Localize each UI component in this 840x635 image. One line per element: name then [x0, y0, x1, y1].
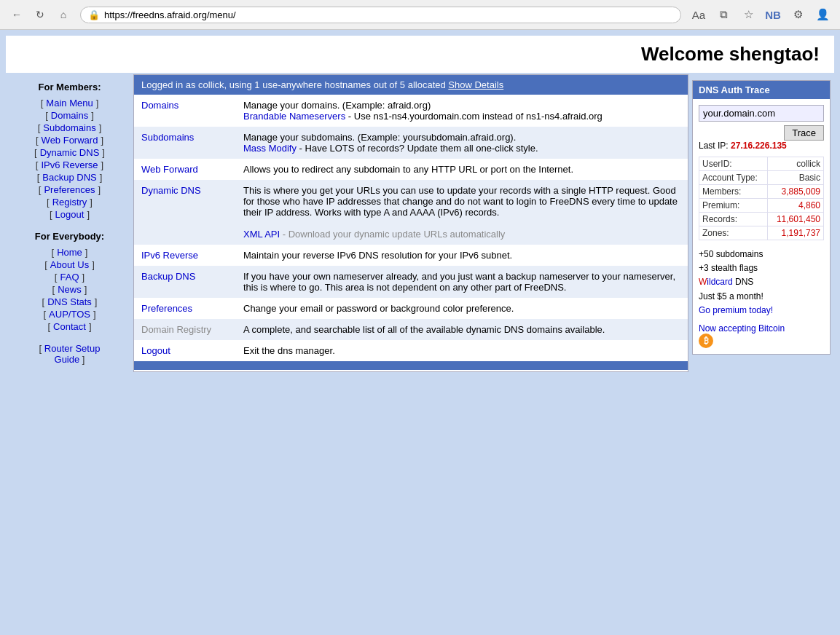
faq-link[interactable]: FAQ [57, 272, 82, 283]
main-layout: For Members: [ Main Menu ] [ Domains ] [… [6, 74, 834, 372]
table-row: Logout Exit the dns manager. [134, 340, 688, 361]
settings-button[interactable]: ⚙ [788, 4, 808, 25]
dns-trace-input[interactable] [699, 105, 824, 122]
brandable-ns-link[interactable]: Brandable Nameservers [243, 111, 345, 122]
sidebar-item-aup-tos[interactable]: [ AUP/TOS ] [9, 308, 130, 320]
table-row: Domain Registry A complete, and searchab… [134, 319, 688, 340]
table-row: Subdomains Manage your subdomains. (Exam… [134, 127, 688, 159]
router-setup-link[interactable]: Router SetupGuide [44, 343, 101, 365]
main-content: Logged in as collick, using 1 use-anywhe… [133, 74, 688, 372]
stats-value: 11,601,450 [768, 213, 824, 226]
bracket-close: ] [96, 98, 99, 109]
browser-actions: Aa ⧉ ☆ NB ⚙ 👤 [688, 4, 833, 25]
table-row: IPv6 Reverse Maintain your reverse IPv6 … [134, 245, 688, 266]
logout-link[interactable]: Logout [52, 209, 87, 220]
sidebar-item-contact[interactable]: [ Contact ] [9, 320, 130, 333]
show-details-link[interactable]: Show Details [448, 79, 503, 90]
reader-mode-button[interactable]: Aa [688, 4, 709, 25]
stats-label: UserID: [699, 157, 768, 171]
domains-menu-link[interactable]: Domains [141, 100, 178, 111]
sidebar-item-domains[interactable]: [ Domains ] [9, 109, 130, 122]
premium-box: +50 subdomains +3 stealth flags Wildcard… [699, 248, 824, 318]
profile-button[interactable]: 👤 [812, 4, 833, 25]
stats-row-zones: Zones: 1,191,737 [699, 226, 824, 240]
dynamic-dns-menu-link[interactable]: Dynamic DNS [141, 185, 201, 196]
menu-desc-cell: Change your email or password or backgro… [236, 298, 688, 319]
refresh-button[interactable]: ↻ [31, 5, 50, 24]
logged-in-text: Logged in as collick, using 1 use-anywhe… [141, 79, 448, 90]
lock-icon: 🔒 [88, 9, 100, 20]
sidebar-item-dynamic-dns[interactable]: [ Dynamic DNS ] [9, 146, 130, 159]
sidebar-item-logout[interactable]: [ Logout ] [9, 208, 130, 221]
ipv6-reverse-link[interactable]: IPv6 Reverse [38, 159, 101, 170]
menu-item-cell: Web Forward [134, 159, 236, 180]
sidebar-item-subdomains[interactable]: [ Subdomains ] [9, 122, 130, 134]
wildcard-suffix: DNS [733, 277, 754, 287]
url-input[interactable] [104, 9, 673, 20]
stats-value: collick [768, 157, 824, 171]
stats-value: 4,860 [768, 199, 824, 213]
go-premium-link[interactable]: Go premium today! [699, 305, 773, 315]
sidebar-item-dns-stats[interactable]: [ DNS Stats ] [9, 296, 130, 308]
stats-row-account: Account Type: Basic [699, 171, 824, 185]
ipv6-reverse-menu-link[interactable]: IPv6 Reverse [141, 250, 198, 261]
stats-label: Premium: [699, 199, 768, 213]
sidebar-item-registry[interactable]: [ Registry ] [9, 196, 130, 208]
menu-desc-cell: A complete, and searchable list of all o… [236, 319, 688, 340]
bookmark-button[interactable]: ☆ [738, 4, 758, 25]
menu-desc-cell: Maintain your reverse IPv6 DNS resolutio… [236, 245, 688, 266]
main-menu-link[interactable]: Main Menu [43, 98, 95, 109]
backup-dns-menu-link[interactable]: Backup DNS [141, 271, 195, 282]
sidebar-item-main-menu[interactable]: [ Main Menu ] [9, 97, 130, 109]
web-forward-link[interactable]: Web Forward [39, 135, 101, 146]
about-us-link[interactable]: About Us [47, 259, 92, 270]
home-link[interactable]: Home [54, 247, 85, 258]
table-row: Dynamic DNS This is where you get your U… [134, 180, 688, 245]
sidebar-item-about-us[interactable]: [ About Us ] [9, 259, 130, 271]
xml-api-link[interactable]: XML API [243, 229, 280, 240]
sidebar-item-faq[interactable]: [ FAQ ] [9, 271, 130, 283]
menu-item-cell: Domain Registry [134, 319, 236, 340]
menu-item-cell: Dynamic DNS [134, 180, 236, 245]
table-row: Backup DNS If you have your own nameserv… [134, 266, 688, 298]
menu-item-cell: IPv6 Reverse [134, 245, 236, 266]
sidebar-item-web-forward[interactable]: [ Web Forward ] [9, 134, 130, 146]
dynamic-dns-link[interactable]: Dynamic DNS [37, 147, 103, 158]
stats-table: UserID: collick Account Type: Basic Memb… [699, 157, 824, 240]
trace-button[interactable]: Trace [784, 125, 824, 141]
last-ip-value: 27.16.226.135 [731, 141, 787, 151]
dns-stats-link[interactable]: DNS Stats [44, 296, 95, 307]
back-button[interactable]: ← [7, 5, 26, 24]
mass-modify-link[interactable]: Mass Modify [243, 143, 297, 154]
logout-menu-link[interactable]: Logout [141, 345, 170, 356]
menu-item-cell: Preferences [134, 298, 236, 319]
home-button[interactable]: ⌂ [54, 5, 73, 24]
stats-row-members: Members: 3,885,009 [699, 185, 824, 199]
preferences-link[interactable]: Preferences [41, 184, 98, 195]
subdomains-link[interactable]: Subdomains [40, 122, 98, 133]
sidebar-item-preferences[interactable]: [ Preferences ] [9, 184, 130, 196]
contact-link[interactable]: Contact [50, 321, 89, 332]
extensions-button[interactable]: NB [763, 4, 783, 25]
split-view-button[interactable]: ⧉ [713, 4, 734, 25]
sidebar-item-home[interactable]: [ Home ] [9, 246, 130, 259]
sidebar-item-news[interactable]: [ News ] [9, 283, 130, 296]
domains-link[interactable]: Domains [48, 110, 91, 121]
aup-tos-link[interactable]: AUP/TOS [46, 309, 93, 320]
backup-dns-link[interactable]: Backup DNS [39, 172, 99, 183]
xml-api-text: XML API - Download your dynamic update U… [243, 229, 505, 240]
web-forward-menu-link[interactable]: Web Forward [141, 164, 198, 175]
sidebar-item-ipv6-reverse[interactable]: [ IPv6 Reverse ] [9, 159, 130, 171]
news-link[interactable]: News [55, 284, 85, 295]
members-nav: [ Main Menu ] [ Domains ] [ Subdomains ]… [9, 97, 130, 221]
menu-desc-cell: If you have your own nameserver already,… [236, 266, 688, 298]
premium-line2: +3 stealth flags [699, 261, 824, 275]
subdomains-menu-link[interactable]: Subdomains [141, 132, 194, 143]
preferences-menu-link[interactable]: Preferences [141, 303, 192, 314]
menu-desc-cell: Manage your subdomains. (Example: yoursu… [236, 127, 688, 159]
welcome-header: Welcome shengtao! [6, 36, 834, 74]
registry-link[interactable]: Registry [50, 197, 90, 208]
sidebar-item-backup-dns[interactable]: [ Backup DNS ] [9, 171, 130, 184]
table-row: Web Forward Allows you to redirect any s… [134, 159, 688, 180]
bitcoin-link[interactable]: Now accepting Bitcoin [699, 323, 785, 334]
